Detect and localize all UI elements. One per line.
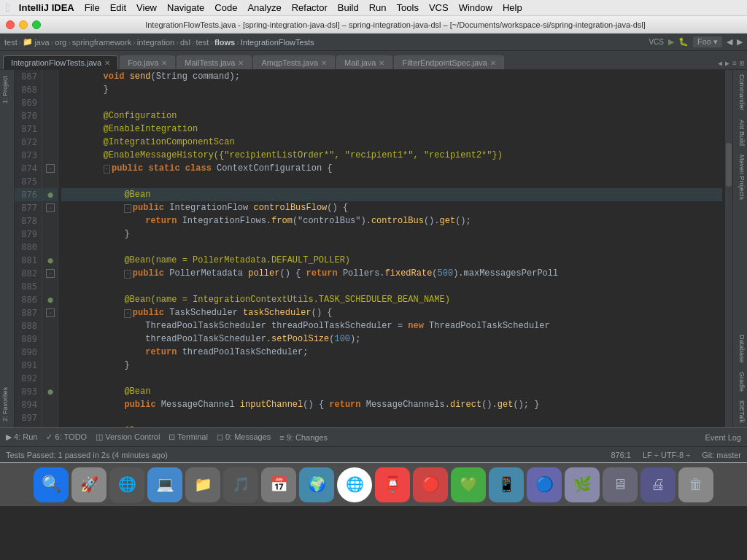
menu-build[interactable]: Build [338, 2, 359, 13]
sidebar-item-maven[interactable]: Maven Projects [733, 150, 747, 204]
menu-run[interactable]: Run [369, 2, 387, 13]
menu-code[interactable]: Code [214, 2, 237, 13]
breadcrumb-org[interactable]: org [55, 38, 66, 47]
status-message: Tests Passed: 1 passed in 2s (4 minutes … [6, 451, 168, 459]
tab-close-icon[interactable]: ✕ [490, 59, 496, 67]
dock-app10[interactable]: 📮 [375, 467, 410, 502]
terminal-btn[interactable]: ⊡ Terminal [169, 432, 207, 442]
tab-amqptests[interactable]: AmqpTests.java ✕ [253, 55, 335, 69]
menu-analyze[interactable]: Analyze [247, 2, 281, 13]
breadcrumb: test › 📁 java › org › springframework › … [0, 34, 747, 51]
tab-integrationflowtests[interactable]: IntegrationFlowTests.java ✕ [3, 55, 118, 69]
menu-window[interactable]: Window [459, 2, 492, 13]
dock-app4[interactable]: 💻 [147, 467, 182, 502]
breadcrumb-dsl[interactable]: dsl [180, 38, 190, 47]
dock-app17[interactable]: 🖨 [640, 467, 676, 502]
close-button[interactable] [6, 20, 15, 29]
menu-intellij[interactable]: IntelliJ IDEA [19, 2, 74, 13]
menu-edit[interactable]: Edit [110, 2, 126, 13]
tab-mailtests[interactable]: MailTests.java ✕ [177, 55, 252, 69]
dock-chrome[interactable]: 🌐 [337, 467, 372, 502]
tab-close-icon[interactable]: ✕ [161, 59, 167, 67]
menu-tools[interactable]: Tools [397, 2, 419, 13]
dock-app13[interactable]: 📱 [489, 467, 524, 502]
dropdown-foo[interactable]: Foo ▾ [693, 36, 722, 47]
vcs-btn[interactable]: VCS [649, 38, 664, 46]
back-btn[interactable]: ◀ [727, 37, 732, 47]
breadcrumb-flows[interactable]: flows [214, 38, 235, 47]
breadcrumb-current[interactable]: IntegrationFlowTests [241, 38, 314, 47]
menu-refactor[interactable]: Refactor [292, 2, 328, 13]
changes-btn[interactable]: ≡ 9: Changes [279, 433, 328, 442]
tab-close-icon[interactable]: ✕ [379, 59, 384, 67]
todo-btn[interactable]: ✓ 6: TODO [46, 432, 87, 442]
sidebar-item-idetalk[interactable]: IDETalk [733, 396, 747, 427]
menu-file[interactable]: File [85, 2, 100, 13]
sidebar-item-favorites[interactable]: 2: Favorites [0, 381, 14, 427]
code-content[interactable]: void send(String command); } @Configurat… [58, 70, 725, 427]
tab-scroll-right[interactable]: ▶ [725, 59, 729, 68]
breadcrumb-java[interactable]: java [34, 38, 49, 47]
tab-mail[interactable]: Mail.java ✕ [336, 55, 392, 69]
minimize-button[interactable] [19, 20, 28, 29]
gutter: -●-●-●-●● [42, 70, 58, 427]
apple-menu[interactable]:  [6, 1, 10, 15]
event-log-btn[interactable]: Event Log [705, 433, 741, 442]
run-btn[interactable]: ▶ [668, 37, 674, 47]
sidebar-item-gradle[interactable]: Gradle [733, 368, 747, 396]
tab-close-icon[interactable]: ✕ [321, 59, 327, 67]
menu-help[interactable]: Help [503, 2, 522, 13]
code-editor[interactable]: 8678688698708718728738748758768778788798… [15, 70, 732, 427]
dock-trash[interactable]: 🗑 [678, 467, 713, 502]
left-panel: 1: Project 2: Favorites [0, 70, 15, 427]
traffic-lights [6, 20, 41, 29]
dock-app15[interactable]: 🌿 [565, 467, 600, 502]
breadcrumb-test[interactable]: test [4, 38, 18, 47]
dock-finder[interactable]: 🔍 [34, 467, 69, 502]
version-control-btn[interactable]: ◫ Version Control [96, 432, 160, 442]
sidebar-item-database[interactable]: Database [733, 330, 747, 368]
sidebar-item-project[interactable]: 1: Project [0, 70, 14, 109]
dock-app14[interactable]: 🔵 [527, 467, 562, 502]
scrollbar-thumb[interactable] [726, 143, 732, 187]
tab-expand[interactable]: ⊞ [740, 59, 744, 68]
tab-close-icon[interactable]: ✕ [238, 59, 244, 67]
dock-app11[interactable]: 🔴 [413, 467, 448, 502]
menu-navigate[interactable]: Navigate [167, 2, 204, 13]
sidebar-item-ant-build[interactable]: Ant Build [733, 115, 747, 150]
tab-label: Mail.java [344, 58, 376, 67]
tab-close-icon[interactable]: ✕ [104, 59, 110, 67]
dock: 🔍 🚀 🌐 💻 📁 🎵 📅 🌍 🌐 📮 🔴 💚 📱 🔵 🌿 🖥 🖨 🗑 [0, 462, 747, 506]
tab-label: AmqpTests.java [261, 58, 318, 67]
window-title: IntegrationFlowTests.java - [spring-inte… [50, 20, 741, 29]
menu-vcs[interactable]: VCS [429, 2, 449, 13]
tab-filterendpointspec[interactable]: FilterEndpointSpec.java ✕ [394, 55, 503, 69]
dock-launchpad[interactable]: 🚀 [71, 467, 107, 502]
fwd-btn[interactable]: ▶ [737, 37, 743, 47]
menu-view[interactable]: View [136, 2, 157, 13]
breadcrumb-test2[interactable]: test [196, 38, 209, 47]
breadcrumb-springframework[interactable]: springframework [72, 38, 131, 47]
bottom-toolbar: ▶ 4: Run ✓ 6: TODO ◫ Version Control ⊡ T… [0, 427, 747, 446]
sidebar-item-commander[interactable]: Commander [733, 70, 747, 115]
git-branch[interactable]: Git: master [702, 451, 741, 459]
tab-label: MailTests.java [185, 58, 235, 67]
menu-bar:  IntelliJ IDEA File Edit View Navigate … [0, 0, 747, 16]
run-tool-btn[interactable]: ▶ 4: Run [6, 432, 37, 442]
tab-settings[interactable]: ≡ [732, 60, 737, 68]
dock-app7[interactable]: 📅 [261, 467, 296, 502]
tab-foo[interactable]: Foo.java ✕ [120, 55, 175, 69]
dock-app12[interactable]: 💚 [451, 467, 486, 502]
vertical-scrollbar[interactable] [725, 70, 732, 427]
dock-app3[interactable]: 🌐 [109, 467, 144, 502]
debug-btn[interactable]: 🐛 [678, 37, 689, 47]
dock-app6[interactable]: 🎵 [223, 467, 258, 502]
dock-app5[interactable]: 📁 [185, 467, 220, 502]
dock-app8[interactable]: 🌍 [299, 467, 334, 502]
maximize-button[interactable] [32, 20, 41, 29]
breadcrumb-integration[interactable]: integration [137, 38, 174, 47]
tab-scroll-left[interactable]: ◀ [718, 59, 722, 68]
messages-btn[interactable]: ◻ 0: Messages [217, 432, 271, 442]
encoding-info: LF ÷ UTF-8 ÷ [643, 451, 690, 459]
dock-app16[interactable]: 🖥 [603, 467, 638, 502]
